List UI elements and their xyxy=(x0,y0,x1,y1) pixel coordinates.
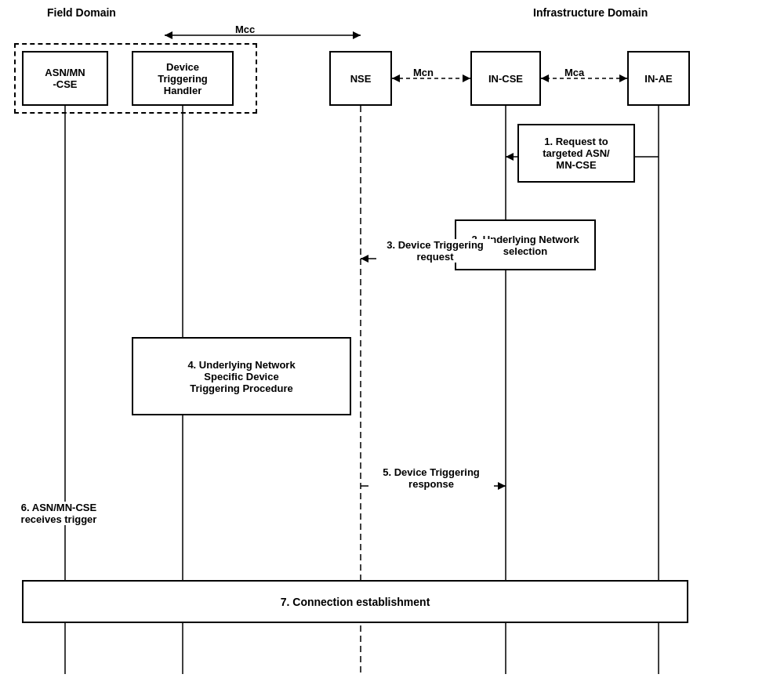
in-ae-box: IN-AE xyxy=(627,51,690,106)
mcn-label: Mcn xyxy=(413,67,434,78)
device-triggering-handler-box: Device Triggering Handler xyxy=(132,51,234,106)
mcc-label: Mcc xyxy=(235,24,255,35)
in-cse-box: IN-CSE xyxy=(470,51,541,106)
step4-label: 4. Underlying Network Specific Device Tr… xyxy=(132,337,351,415)
svg-marker-9 xyxy=(463,74,470,82)
step1-label: 1. Request to targeted ASN/ MN-CSE xyxy=(517,124,635,183)
infrastructure-domain-label: Infrastructure Domain xyxy=(533,6,648,19)
step7-label: 7. Connection establishment xyxy=(22,580,688,623)
svg-marker-10 xyxy=(392,74,400,82)
field-domain-label: Field Domain xyxy=(47,6,116,19)
svg-marker-6 xyxy=(353,31,361,39)
svg-marker-15 xyxy=(506,153,514,161)
step3-label: 3. Device Triggering request xyxy=(376,239,494,263)
mca-label: Mca xyxy=(564,67,584,78)
svg-marker-12 xyxy=(541,74,549,82)
asn-mn-cse-box: ASN/MN -CSE xyxy=(22,51,108,106)
step6-label: 6. ASN/MN-CSE receives trigger xyxy=(8,502,110,525)
nse-box: NSE xyxy=(329,51,392,106)
svg-marker-13 xyxy=(619,74,627,82)
svg-marker-7 xyxy=(165,31,172,39)
svg-marker-19 xyxy=(498,482,506,490)
sequence-diagram: Field Domain Infrastructure Domain ASN/M… xyxy=(0,0,784,696)
step5-label: 5. Device Triggering response xyxy=(368,466,494,490)
svg-marker-17 xyxy=(361,255,368,263)
